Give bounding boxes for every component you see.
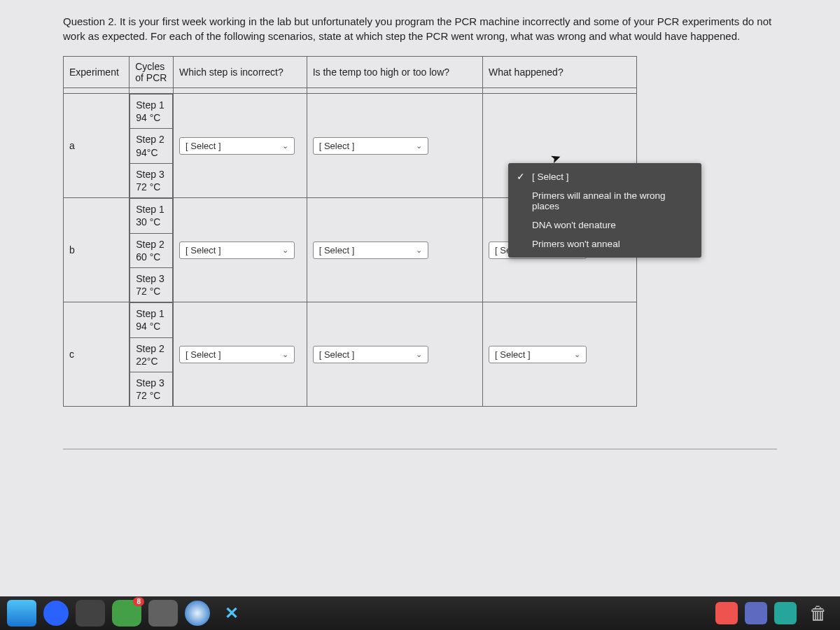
select-value: [ Select ] <box>495 349 531 360</box>
app-icon[interactable] <box>76 600 105 626</box>
chevron-down-icon: ⌄ <box>416 246 422 255</box>
dropdown-option[interactable]: Primers will anneal in the wrong places <box>508 186 701 216</box>
chevron-down-icon: ⌄ <box>282 141 288 150</box>
close-icon[interactable]: ✕ <box>217 600 246 626</box>
header-what: What happened? <box>483 57 637 88</box>
step-label: Step 1 <box>136 308 164 319</box>
question-body: It is your first week working in the lab… <box>63 15 771 42</box>
safari-icon[interactable] <box>185 601 210 626</box>
steps-list: Step 194 °C Step 294°C Step 372 °C <box>130 94 173 197</box>
header-experiment: Experiment <box>64 57 130 88</box>
trash-icon[interactable]: 🗑 <box>804 600 833 626</box>
step-temp: 60 °C <box>136 251 160 262</box>
which-step-select[interactable]: [ Select ] ⌄ <box>179 346 295 363</box>
select-value: [ Select ] <box>319 245 355 255</box>
temp-select[interactable]: [ Select ] ⌄ <box>313 241 428 259</box>
header-cycles: Cycles of PCR <box>130 57 174 88</box>
chevron-down-icon: ⌄ <box>416 141 422 150</box>
header-which-step: Which step is incorrect? <box>174 57 307 88</box>
select-value: [ Select ] <box>186 141 221 151</box>
step-label: Step 2 <box>136 134 164 145</box>
step-temp: 94 °C <box>136 321 160 332</box>
dropdown-option[interactable]: Primers won't anneal <box>508 234 701 253</box>
question-prompt: Question 2. It is your first week workin… <box>63 14 777 43</box>
app-icon[interactable] <box>774 602 797 624</box>
chevron-down-icon: ⌄ <box>416 350 422 359</box>
dropdown-option[interactable]: [ Select ] <box>508 167 701 186</box>
chevron-down-icon: ⌄ <box>282 350 288 359</box>
step-temp: 72 °C <box>136 181 160 192</box>
step-label: Step 1 <box>136 99 164 111</box>
app-icon[interactable] <box>745 602 767 624</box>
step-temp: 72 °C <box>136 286 160 297</box>
what-happened-dropdown[interactable]: [ Select ] Primers will anneal in the wr… <box>508 163 701 258</box>
step-temp: 94°C <box>136 147 158 158</box>
app-icon[interactable] <box>715 602 738 624</box>
what-happened-select[interactable]: [ Select ] ⌄ <box>489 346 587 363</box>
temp-select[interactable]: [ Select ] ⌄ <box>313 346 428 363</box>
which-step-select[interactable]: [ Select ] ⌄ <box>179 137 295 155</box>
badge-count: 8 <box>133 597 144 606</box>
app-icon[interactable] <box>43 601 69 626</box>
steps-list: Step 130 °C Step 260 °C Step 372 °C <box>130 198 173 302</box>
step-label: Step 2 <box>136 239 164 250</box>
app-icon[interactable] <box>148 600 178 626</box>
divider <box>63 449 777 449</box>
dropdown-option[interactable]: DNA won't denature <box>508 216 701 234</box>
taskbar: 8 ✕ 🗑 <box>0 596 840 630</box>
step-temp: 94 °C <box>136 112 160 123</box>
step-label: Step 1 <box>136 204 164 215</box>
experiment-id: a <box>64 94 130 198</box>
chevron-down-icon: ⌄ <box>282 246 288 255</box>
select-value: [ Select ] <box>186 245 221 255</box>
step-temp: 22°C <box>136 356 158 367</box>
header-temp: Is the temp too high or too low? <box>307 57 482 88</box>
temp-select[interactable]: [ Select ] ⌄ <box>313 137 428 155</box>
step-label: Step 2 <box>136 343 164 354</box>
steps-list: Step 194 °C Step 222°C Step 372 °C <box>130 302 173 406</box>
messages-icon[interactable]: 8 <box>112 600 141 626</box>
step-label: Step 3 <box>136 273 164 284</box>
step-temp: 30 °C <box>136 216 160 227</box>
question-number: Question 2. <box>63 15 117 27</box>
select-value: [ Select ] <box>186 349 221 360</box>
experiment-id: c <box>64 302 130 407</box>
step-label: Step 3 <box>136 169 164 180</box>
select-value: [ Select ] <box>319 141 355 151</box>
experiment-id: b <box>64 198 130 302</box>
chevron-down-icon: ⌄ <box>574 350 580 359</box>
step-label: Step 3 <box>136 377 164 388</box>
which-step-select[interactable]: [ Select ] ⌄ <box>179 241 295 259</box>
select-value: [ Select ] <box>319 349 355 360</box>
table-row: c Step 194 °C Step 222°C Step 372 °C [ S… <box>64 302 637 407</box>
step-temp: 72 °C <box>136 390 160 401</box>
finder-icon[interactable] <box>7 600 36 626</box>
